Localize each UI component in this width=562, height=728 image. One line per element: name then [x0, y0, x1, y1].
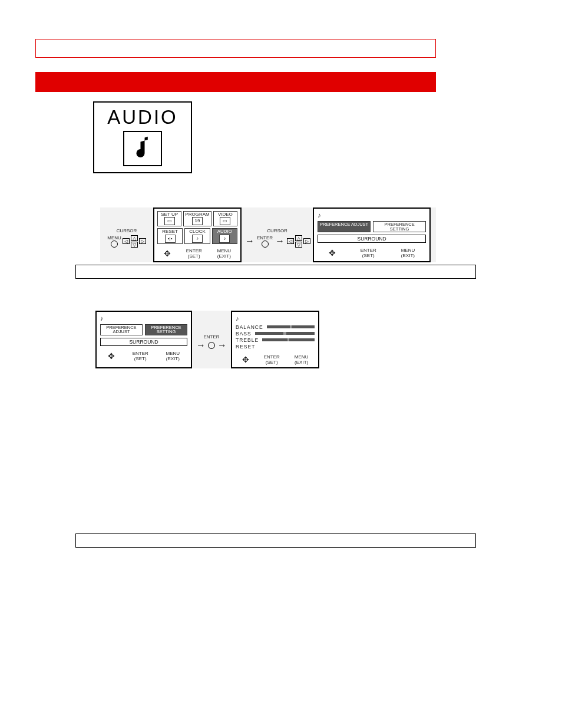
- reset-icon: •|•: [165, 235, 176, 243]
- figure-2-image: ♪ PREFERENCE ADJUST PREFERENCE SETTING S…: [95, 311, 319, 368]
- item-treble: TREBLE: [236, 337, 259, 343]
- red-section-bar: [35, 72, 436, 92]
- osd-item-program: PROGRAM19: [183, 211, 211, 226]
- dpad-icon-4: ✥: [242, 355, 249, 364]
- down-arrow-icon-2: ▽: [295, 242, 302, 248]
- pref-adjust-cell: PREFERENCE ADJUST: [318, 221, 371, 232]
- top-bordered-box: [35, 39, 436, 58]
- slider-icon-3: [262, 338, 315, 341]
- footer-enter-3: ENTER(SET): [133, 351, 148, 361]
- audio-label: AUDIO: [100, 106, 185, 129]
- pref-setting-cell: PREFERENCE SETTING: [373, 221, 426, 232]
- footer-menu-4: MENU(EXIT): [295, 354, 309, 365]
- footer-enter: ENTER(SET): [186, 248, 202, 259]
- dpad-icon: ✥: [164, 249, 171, 258]
- footer-enter-2: ENTER(SET): [361, 248, 376, 258]
- slider-icon: [267, 325, 315, 328]
- music-note-box: [123, 131, 162, 166]
- osd-audio-submenu: ♪ PREFERENCE ADJUST PREFERENCE SETTING S…: [313, 207, 431, 262]
- counter-icon: 19: [192, 217, 203, 225]
- left-arrow-icon-2: ◁: [287, 238, 294, 244]
- item-reset: RESET: [236, 344, 255, 350]
- menu-label: MENU: [107, 235, 121, 241]
- up-arrow-icon: △: [131, 235, 138, 241]
- menu-control: CURSOR MENU ◁ △ ▽ ▷: [100, 207, 153, 262]
- audio-icon: ♪: [219, 235, 230, 243]
- arrow-right-icon: →: [244, 236, 256, 246]
- music-note-icon: [132, 136, 153, 162]
- enter-button-icon: [262, 241, 269, 248]
- cursor-label-2: CURSOR: [267, 228, 287, 233]
- arrow-right-icon-4: →: [216, 340, 228, 351]
- item-balance: BALANCE: [236, 324, 263, 330]
- osd-pref-panel: ♪ PREFERENCE ADJUST PREFERENCE SETTING S…: [95, 311, 192, 368]
- menu-button-icon: [111, 241, 118, 248]
- music-note-small-icon: ♪: [318, 212, 426, 219]
- figure-2: ♪ PREFERENCE ADJUST PREFERENCE SETTING S…: [88, 311, 330, 368]
- osd-item-setup: SET UP▭: [157, 211, 181, 226]
- music-note-small-icon-3: ♪: [236, 315, 315, 322]
- pref-setting-cell-2: PREFERENCE SETTING: [145, 324, 187, 335]
- item-bass: BASS: [236, 331, 252, 337]
- enter-connector: ENTER → →: [192, 311, 231, 368]
- osd-balance-panel: ♪ BALANCE BASS TREBLE RESET ✥ ENTER(SET)…: [231, 311, 319, 368]
- figure-1-image: CURSOR MENU ◁ △ ▽ ▷ SET UP▭ PROGRAM19 VI…: [100, 207, 436, 262]
- music-note-small-icon-2: ♪: [100, 315, 187, 322]
- monitor-icon: ▭: [164, 217, 175, 225]
- footer-enter-4: ENTER(SET): [264, 354, 280, 365]
- dpad-icon-2: ✥: [329, 248, 336, 258]
- slider-icon-2: [255, 332, 315, 335]
- left-arrow-icon: ◁: [123, 238, 130, 244]
- arrow-right-icon-3: →: [195, 340, 207, 351]
- cursor-label: CURSOR: [117, 228, 137, 233]
- footer-menu-3: MENU(EXIT): [166, 351, 180, 361]
- video-icon: ▭: [220, 217, 230, 225]
- pref-adjust-cell-2: PREFERENCE ADJUST: [100, 324, 143, 335]
- figure-1: CURSOR MENU ◁ △ ▽ ▷ SET UP▭ PROGRAM19 VI…: [88, 207, 448, 279]
- osd-item-reset: RESET•|•: [157, 228, 183, 243]
- right-arrow-icon: ▷: [139, 238, 146, 244]
- enter-control: CURSOR → ENTER → ◁ △ ▽ ▷: [242, 207, 313, 262]
- dpad-icon-3: ✥: [108, 351, 115, 361]
- figure-2-rule-box: [75, 533, 476, 548]
- enter-button-icon-2: [208, 342, 215, 349]
- surround-row-2: SURROUND: [100, 338, 187, 346]
- right-arrow-icon-2: ▷: [303, 238, 310, 244]
- osd-item-video: VIDEO▭: [213, 211, 237, 226]
- figure-1-rule-box: [75, 265, 476, 279]
- enter-label: ENTER: [257, 235, 273, 241]
- up-arrow-icon-2: △: [295, 235, 302, 241]
- surround-row: SURROUND: [318, 235, 426, 243]
- osd-main-menu: SET UP▭ PROGRAM19 VIDEO▭ RESET•|• CLOCK♪…: [153, 207, 242, 262]
- osd-item-clock: CLOCK♪: [184, 228, 210, 243]
- down-arrow-icon: ▽: [131, 242, 138, 248]
- osd-item-audio: AUDIO♪: [212, 228, 237, 243]
- arrow-right-icon-2: →: [274, 236, 286, 246]
- footer-menu-2: MENU(EXIT): [401, 248, 415, 258]
- clock-icon: ♪: [192, 235, 203, 243]
- audio-tile: AUDIO: [93, 101, 192, 173]
- enter-label-2: ENTER: [203, 334, 219, 340]
- footer-menu: MENU(EXIT): [217, 248, 232, 259]
